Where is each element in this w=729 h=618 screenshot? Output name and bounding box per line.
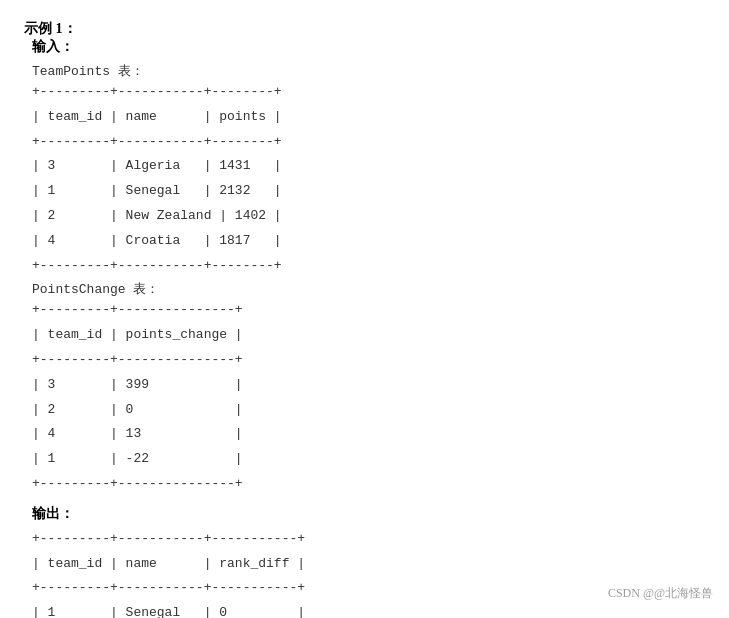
- output-label: 输出：: [32, 505, 705, 523]
- table2-row-1: | team_id | points_change |: [32, 325, 705, 346]
- table1-label: TeamPoints 表：: [32, 62, 705, 80]
- table2-row-3: | 3 | 399 |: [32, 375, 705, 396]
- input-label: 输入：: [32, 38, 705, 56]
- table1-row-3: | 3 | Algeria | 1431 |: [32, 156, 705, 177]
- table1-row-5: | 2 | New Zealand | 1402 |: [32, 206, 705, 227]
- table3-row-2: +---------+-----------+-----------+: [32, 578, 705, 599]
- table2-row-2: +---------+---------------+: [32, 350, 705, 371]
- watermark: CSDN @@北海怪兽: [608, 585, 713, 602]
- table2-row-5: | 4 | 13 |: [32, 424, 705, 445]
- table1-block: +---------+-----------+--------+ | team_…: [32, 82, 705, 276]
- table3-row-3: | 1 | Senegal | 0 |: [32, 603, 705, 618]
- table1-row-0: +---------+-----------+--------+: [32, 82, 705, 103]
- table2-row-4: | 2 | 0 |: [32, 400, 705, 421]
- table2-block: +---------+---------------+ | team_id | …: [32, 300, 705, 494]
- table3-block: +---------+-----------+-----------+ | te…: [32, 529, 705, 618]
- table1-row-6: | 4 | Croatia | 1817 |: [32, 231, 705, 252]
- table1-row-7: +---------+-----------+--------+: [32, 256, 705, 277]
- table2-label: PointsChange 表：: [32, 280, 705, 298]
- table1-row-4: | 1 | Senegal | 2132 |: [32, 181, 705, 202]
- table1-row-1: | team_id | name | points |: [32, 107, 705, 128]
- table3-row-1: | team_id | name | rank_diff |: [32, 554, 705, 575]
- table1-row-2: +---------+-----------+--------+: [32, 132, 705, 153]
- table3-row-0: +---------+-----------+-----------+: [32, 529, 705, 550]
- heading-text: 示例 1：: [24, 21, 77, 36]
- table2-row-6: | 1 | -22 |: [32, 449, 705, 470]
- table2-row-7: +---------+---------------+: [32, 474, 705, 495]
- section-heading: 示例 1：: [24, 20, 705, 38]
- table2-row-0: +---------+---------------+: [32, 300, 705, 321]
